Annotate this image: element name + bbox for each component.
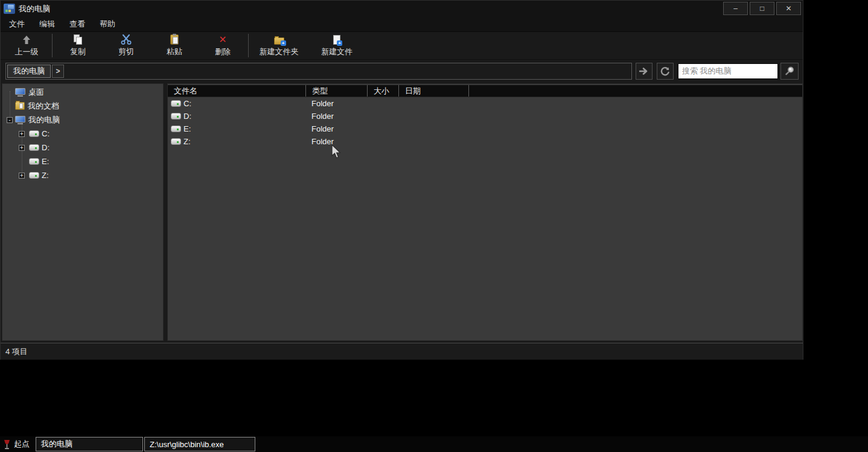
expand-expander-icon[interactable]: +: [19, 145, 25, 151]
toolbar-separator: [52, 34, 53, 57]
title-bar[interactable]: 我的电脑 – □ ✕: [1, 1, 803, 17]
file-type: Folder: [306, 123, 368, 135]
file-type: Folder: [306, 135, 368, 148]
toolbar-label: 粘贴: [167, 46, 182, 57]
file-size: [368, 135, 399, 148]
tree-item-drive-e[interactable]: E:: [2, 154, 163, 168]
column-header-type[interactable]: 类型: [306, 85, 368, 97]
collapse-expander-icon[interactable]: -: [7, 117, 13, 123]
tree-item-my-computer[interactable]: - 我的电脑: [2, 113, 163, 127]
taskbar-button-label: Z:\usr\glibc\bin\ib.exe: [150, 440, 224, 449]
drive-icon: [29, 158, 39, 165]
go-button[interactable]: [636, 63, 653, 80]
drive-icon: [29, 172, 39, 179]
up-one-level-button[interactable]: 上一级: [2, 32, 51, 59]
file-row-drive-c[interactable]: C: Folder: [168, 97, 802, 110]
new-folder-button[interactable]: + 新建文件夹: [250, 32, 308, 59]
tree-item-drive-z[interactable]: + Z:: [2, 168, 163, 182]
up-arrow-icon: [22, 34, 31, 45]
taskbar-button-ib-exe[interactable]: Z:\usr\glibc\bin\ib.exe: [144, 437, 255, 451]
column-header-name[interactable]: 文件名: [168, 85, 306, 97]
file-type: Folder: [306, 110, 368, 123]
file-size: [368, 123, 399, 135]
toolbar-label: 剪切: [118, 46, 134, 57]
chevron-right-icon: >: [56, 67, 60, 75]
toolbar-label: 复制: [70, 46, 86, 57]
breadcrumb-chevron-button[interactable]: >: [52, 65, 64, 78]
taskbar: 起点 我的电脑 Z:\usr\glibc\bin\ib.exe: [0, 436, 868, 452]
file-row-drive-z[interactable]: Z: Folder: [168, 135, 802, 148]
maximize-button[interactable]: □: [750, 2, 774, 15]
address-field[interactable]: 我的电脑 >: [5, 63, 632, 80]
close-icon: ✕: [785, 4, 791, 13]
minimize-button[interactable]: –: [723, 2, 748, 15]
tree-item-label: D:: [42, 143, 49, 152]
file-list-panel: 文件名 类型 大小 日期 C: Folder D: Folder E: Fold…: [167, 83, 803, 341]
file-name: E:: [183, 124, 191, 133]
item-count: 4 项目: [5, 346, 28, 357]
toolbar-label: 上一级: [15, 46, 39, 57]
column-header-size[interactable]: 大小: [368, 85, 399, 97]
delete-x-icon: ✕: [219, 34, 226, 45]
file-size: [368, 97, 399, 110]
taskbar-button-my-computer[interactable]: 我的电脑: [36, 437, 143, 451]
file-date: [399, 135, 469, 148]
toolbar-separator: [248, 34, 249, 57]
go-arrow-icon: [639, 68, 649, 75]
cut-button[interactable]: 剪切: [102, 32, 150, 59]
toolbar-label: 新建文件夹: [260, 46, 299, 57]
clipboard-icon: [170, 34, 179, 45]
refresh-button[interactable]: [657, 63, 674, 80]
copy-button[interactable]: 复制: [54, 32, 102, 59]
drive-icon: [29, 144, 39, 151]
toolbar-label: 新建文件: [321, 46, 353, 57]
toolbar-label: 删除: [215, 46, 231, 57]
breadcrumb[interactable]: 我的电脑: [7, 65, 51, 78]
drive-icon: [171, 138, 181, 145]
scissors-icon: [121, 34, 132, 45]
search-input[interactable]: [678, 63, 778, 79]
file-name: D:: [183, 112, 191, 121]
explorer-window: 我的电脑 – □ ✕ 文件 编辑 查看 帮助 上一级 复制: [0, 0, 803, 360]
taskbar-button-label: 我的电脑: [41, 439, 72, 450]
start-label: 起点: [14, 439, 30, 450]
window-controls: – □ ✕: [723, 2, 801, 15]
menu-file[interactable]: 文件: [9, 19, 25, 30]
file-date: [399, 97, 469, 110]
new-folder-icon: +: [274, 34, 284, 45]
tree-item-drive-c[interactable]: + C:: [2, 127, 163, 141]
menu-help[interactable]: 帮助: [100, 19, 115, 30]
file-row-drive-e[interactable]: E: Folder: [168, 123, 802, 135]
paste-button[interactable]: 粘贴: [150, 32, 199, 59]
file-size: [368, 110, 399, 123]
file-name: Z:: [183, 137, 191, 146]
tree-item-label: 桌面: [28, 87, 44, 98]
desktop-icon: [15, 88, 25, 97]
magnifier-icon: [785, 66, 795, 76]
close-button[interactable]: ✕: [776, 2, 801, 15]
drive-icon: [171, 113, 181, 119]
menu-edit[interactable]: 编辑: [39, 19, 55, 30]
list-header: 文件名 类型 大小 日期: [168, 85, 802, 97]
file-row-drive-d[interactable]: D: Folder: [168, 110, 802, 123]
new-file-button[interactable]: + 新建文件: [308, 32, 366, 59]
new-file-icon: +: [333, 34, 340, 45]
computer-icon: [15, 116, 25, 124]
expand-expander-icon[interactable]: +: [19, 131, 25, 137]
menu-view[interactable]: 查看: [69, 19, 85, 30]
start-button[interactable]: 起点: [0, 436, 36, 452]
tree-item-label: E:: [42, 157, 49, 166]
toolbar: 上一级 复制 剪切 粘贴: [1, 32, 803, 60]
tree-item-label: C:: [42, 129, 49, 138]
tree-item-my-documents[interactable]: 我的文档: [2, 99, 163, 113]
delete-button[interactable]: ✕ 删除: [199, 32, 247, 59]
status-bar: 4 项目: [1, 343, 803, 360]
expand-expander-icon[interactable]: +: [19, 173, 25, 179]
search-button[interactable]: [780, 63, 799, 80]
window-title: 我的电脑: [19, 4, 50, 14]
tree-item-desktop[interactable]: 桌面: [2, 85, 163, 99]
column-header-date[interactable]: 日期: [399, 85, 469, 97]
tree-item-drive-d[interactable]: + D:: [2, 141, 163, 154]
tree-item-label: Z:: [42, 171, 49, 180]
file-date: [399, 123, 469, 135]
